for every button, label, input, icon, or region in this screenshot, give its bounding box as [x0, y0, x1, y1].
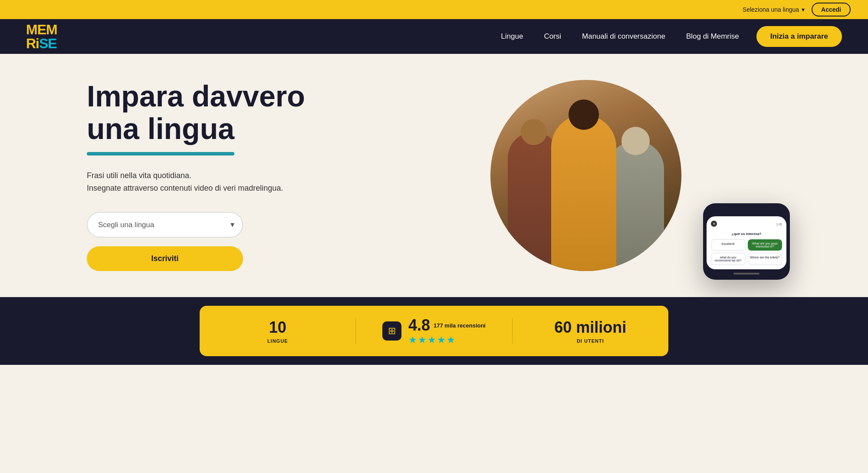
rating-row: ⊞ 4.8 177 mila recensioni ★ ★ ★ ★ ★ — [382, 316, 486, 346]
phone-close-icon: ✕ — [711, 221, 717, 227]
phone-mockup: ✕ 1:35 ¿qué os interesa? Excellent! What… — [703, 203, 790, 280]
phone-answer-2: What are you guys interested in? — [748, 239, 783, 251]
stat-utenti: 60 milioni DI UTENTI — [513, 318, 668, 344]
phone-answer-4: Where are the toilets? — [748, 253, 783, 265]
phone-screen: ✕ 1:35 ¿qué os interesa? Excellent! What… — [707, 216, 786, 269]
signup-button[interactable]: Iscriviti — [87, 246, 243, 271]
logo-rise-accent: SE — [39, 36, 57, 51]
nav-link-blog[interactable]: Blog di Memrise — [686, 32, 739, 41]
stat-lingue-value: 10 — [269, 318, 286, 337]
nav-link-corsi[interactable]: Corsi — [544, 32, 561, 41]
language-dropdown-wrap: Scegli una lingua ▾ — [87, 212, 243, 238]
rating-stars: ★ ★ ★ ★ ★ — [408, 334, 455, 346]
logo[interactable]: MEM RiSE — [26, 23, 57, 50]
logo-mem: MEM — [26, 23, 57, 36]
rating-reviews: 177 mila recensioni — [434, 322, 486, 329]
stat-lingue: 10 LINGUE — [200, 318, 355, 344]
chevron-down-icon: ▾ — [802, 6, 805, 13]
stats-inner: 10 LINGUE ⊞ 4.8 177 mila recensioni ★ ★ — [200, 306, 668, 356]
phone-timer: 1:35 — [776, 223, 782, 226]
star-2: ★ — [418, 334, 427, 346]
top-bar: Seleziona una lingua ▾ Accedi — [0, 0, 868, 19]
rating-value: 4.8 — [408, 316, 430, 334]
stat-lingue-label: LINGUE — [267, 338, 288, 344]
phone-notch — [733, 208, 760, 213]
phone-home-bar — [733, 273, 760, 275]
phone-answer-3: what do you recommend we do? — [711, 253, 746, 265]
language-selector[interactable]: Seleziona una lingua ▾ — [743, 6, 805, 13]
app-store-icon: ⊞ — [382, 321, 401, 341]
star-1: ★ — [408, 334, 417, 346]
phone-answer-1: Excellent! — [711, 239, 746, 251]
star-5: ★ — [447, 334, 455, 346]
logo-rise: RiSE — [26, 36, 57, 50]
login-button[interactable]: Accedi — [812, 3, 851, 17]
stat-utenti-value: 60 milioni — [554, 318, 626, 337]
nav-links: Lingue Corsi Manuali di conversazione Bl… — [501, 32, 739, 41]
star-4: ★ — [437, 334, 446, 346]
language-selector-label: Seleziona una lingua — [743, 6, 799, 13]
rating-wrap: 4.8 177 mila recensioni ★ ★ ★ ★ ★ — [408, 316, 486, 346]
stats-bar: 10 LINGUE ⊞ 4.8 177 mila recensioni ★ ★ — [0, 297, 868, 365]
phone-answers: Excellent! What are you guys interested … — [711, 239, 782, 265]
language-dropdown[interactable]: Scegli una lingua — [87, 212, 243, 238]
stat-utenti-label: DI UTENTI — [577, 338, 604, 344]
hero-circle — [490, 80, 681, 271]
nav-link-lingue[interactable]: Lingue — [501, 32, 523, 41]
star-3: ★ — [427, 334, 436, 346]
hero-content: Impara davvero una lingua Frasi utili ne… — [87, 80, 356, 271]
hero-underline — [87, 152, 234, 155]
navbar: MEM RiSE Lingue Corsi Manuali di convers… — [0, 19, 868, 54]
hero-section: Impara davvero una lingua Frasi utili ne… — [0, 54, 868, 297]
start-learning-button[interactable]: Inizia a imparare — [756, 26, 842, 47]
phone-question: ¿qué os interesa? — [711, 232, 782, 236]
nav-link-manuali[interactable]: Manuali di conversazione — [582, 32, 665, 41]
hero-image: ✕ 1:35 ¿qué os interesa? Excellent! What… — [356, 80, 816, 271]
stat-rating: ⊞ 4.8 177 mila recensioni ★ ★ ★ ★ ★ — [356, 316, 512, 346]
hero-subtitle: Frasi utili nella vita quotidiana. Inseg… — [87, 169, 356, 195]
hero-title: Impara davvero una lingua — [87, 80, 356, 145]
